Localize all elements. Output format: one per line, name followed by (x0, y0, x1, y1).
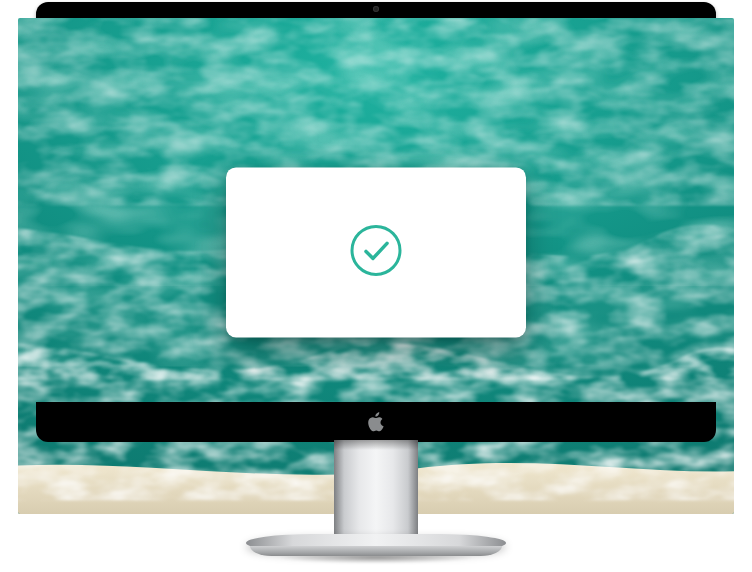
device-mockup (0, 0, 752, 572)
monitor-stand-neck (334, 440, 418, 534)
monitor-stand-foot (246, 528, 506, 568)
apple-logo-icon (367, 412, 385, 432)
svg-point-4 (352, 226, 400, 274)
success-dialog (226, 167, 526, 337)
webcam (373, 6, 379, 12)
check-circle-icon (348, 222, 404, 282)
monitor-chin (36, 402, 716, 442)
